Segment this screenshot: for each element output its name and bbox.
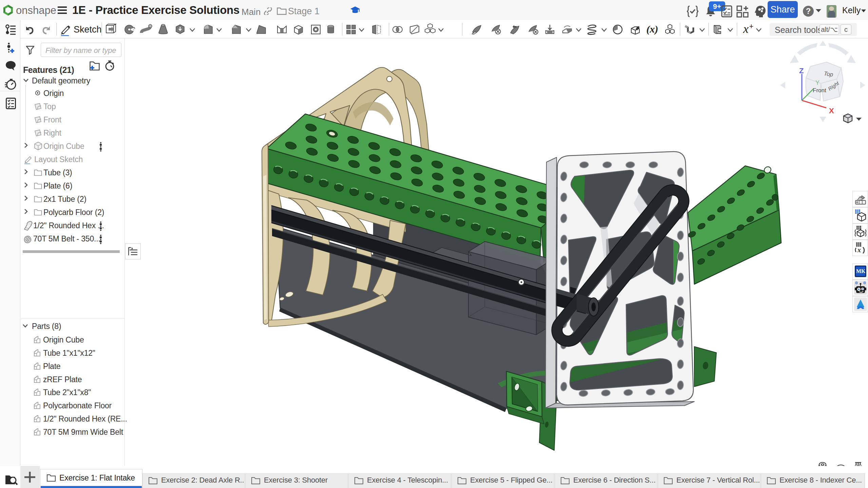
svg-text:+: + [749, 22, 754, 31]
svg-text:X: X [829, 106, 834, 115]
svg-text:x: x [743, 22, 749, 36]
svg-text:?: ? [806, 6, 811, 16]
svg-text:Top: Top [823, 70, 833, 78]
svg-text:Z: Z [799, 66, 804, 75]
svg-text:(x): (x) [647, 23, 658, 35]
svg-text:Y: Y [815, 79, 819, 86]
svg-text:Front: Front [813, 87, 826, 94]
svg-text:x: x [857, 246, 861, 254]
